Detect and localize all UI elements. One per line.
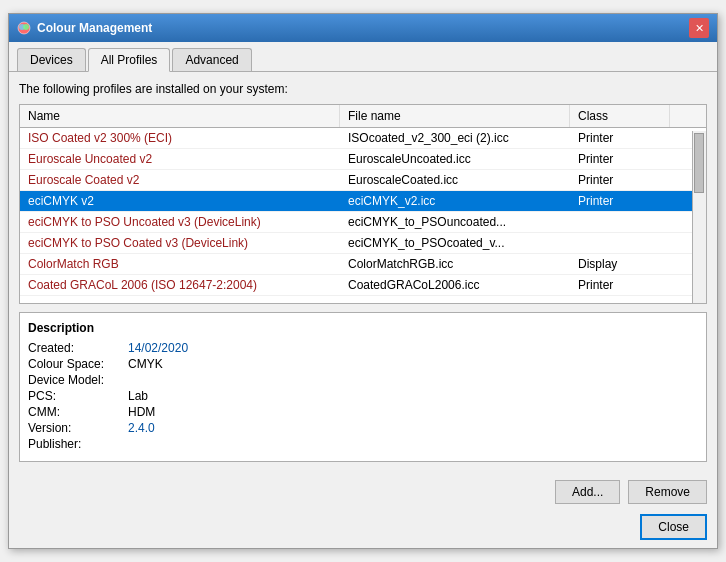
title-bar: Colour Management ✕ xyxy=(9,14,717,42)
cell-filename: CoatedFOGRA39.icc xyxy=(340,296,570,300)
tab-devices[interactable]: Devices xyxy=(17,48,86,71)
description-fields: Created:14/02/2020Colour Space:CMYKDevic… xyxy=(28,341,698,451)
desc-row: Device Model: xyxy=(28,373,698,387)
cell-filename: eciCMYK_v2.icc xyxy=(340,191,570,211)
cell-filename: ColorMatchRGB.icc xyxy=(340,254,570,274)
scrollbar-track[interactable] xyxy=(692,131,706,303)
description-box: Description Created:14/02/2020Colour Spa… xyxy=(19,312,707,462)
subtitle: The following profiles are installed on … xyxy=(19,82,707,96)
cell-class: Printer xyxy=(570,128,670,148)
cell-filename: eciCMYK_to_PSOuncoated... xyxy=(340,212,570,232)
cell-class: Display xyxy=(570,254,670,274)
table-header: Name File name Class xyxy=(20,105,706,128)
window-title: Colour Management xyxy=(37,21,152,35)
svg-point-2 xyxy=(23,24,29,30)
desc-label: Created: xyxy=(28,341,128,355)
desc-row: Colour Space:CMYK xyxy=(28,357,698,371)
tab-all-profiles[interactable]: All Profiles xyxy=(88,48,171,72)
desc-value: CMYK xyxy=(128,357,163,371)
table-row[interactable]: ColorMatch RGBColorMatchRGB.iccDisplay xyxy=(20,254,706,275)
desc-label: CMM: xyxy=(28,405,128,419)
cell-class: Printer xyxy=(570,296,670,300)
cell-class xyxy=(570,212,670,232)
table-row[interactable]: Coated FOGRA39 (ISO 12647-2:2004)CoatedF… xyxy=(20,296,706,300)
desc-value: 14/02/2020 xyxy=(128,341,188,355)
colour-management-window: Colour Management ✕ Devices All Profiles… xyxy=(8,13,718,549)
close-button[interactable]: Close xyxy=(640,514,707,540)
cell-name: Euroscale Uncoated v2 xyxy=(20,149,340,169)
desc-label: Device Model: xyxy=(28,373,128,387)
color-management-icon xyxy=(17,21,31,35)
cell-name: ISO Coated v2 300% (ECI) xyxy=(20,128,340,148)
cell-class: Printer xyxy=(570,191,670,211)
table-row[interactable]: ISO Coated v2 300% (ECI)ISOcoated_v2_300… xyxy=(20,128,706,149)
col-header-class: Class xyxy=(570,105,670,127)
cell-name: Coated GRACoL 2006 (ISO 12647-2:2004) xyxy=(20,275,340,295)
cell-filename: EuroscaleUncoated.icc xyxy=(340,149,570,169)
cell-class: Printer xyxy=(570,275,670,295)
cell-filename: CoatedGRACoL2006.icc xyxy=(340,275,570,295)
col-header-name: Name xyxy=(20,105,340,127)
button-bar: Add... Remove xyxy=(9,472,717,510)
add-button[interactable]: Add... xyxy=(555,480,620,504)
cell-name: eciCMYK to PSO Uncoated v3 (DeviceLink) xyxy=(20,212,340,232)
cell-class: Printer xyxy=(570,170,670,190)
cell-name: eciCMYK to PSO Coated v3 (DeviceLink) xyxy=(20,233,340,253)
desc-value: 2.4.0 xyxy=(128,421,155,435)
cell-filename: eciCMYK_to_PSOcoated_v... xyxy=(340,233,570,253)
table-row[interactable]: eciCMYK v2eciCMYK_v2.iccPrinter xyxy=(20,191,706,212)
tab-advanced[interactable]: Advanced xyxy=(172,48,251,71)
cell-filename: ISOcoated_v2_300_eci (2).icc xyxy=(340,128,570,148)
desc-row: PCS:Lab xyxy=(28,389,698,403)
cell-name: Coated FOGRA39 (ISO 12647-2:2004) xyxy=(20,296,340,300)
table-row[interactable]: Euroscale Uncoated v2EuroscaleUncoated.i… xyxy=(20,149,706,170)
desc-row: Created:14/02/2020 xyxy=(28,341,698,355)
cell-name: Euroscale Coated v2 xyxy=(20,170,340,190)
cell-name: eciCMYK v2 xyxy=(20,191,340,211)
tab-content: The following profiles are installed on … xyxy=(9,72,717,472)
cell-name: ColorMatch RGB xyxy=(20,254,340,274)
table-row[interactable]: Euroscale Coated v2EuroscaleCoated.iccPr… xyxy=(20,170,706,191)
bottom-bar: Close xyxy=(9,510,717,548)
desc-value: Lab xyxy=(128,389,148,403)
close-button-title[interactable]: ✕ xyxy=(689,18,709,38)
table-row[interactable]: eciCMYK to PSO Uncoated v3 (DeviceLink)e… xyxy=(20,212,706,233)
col-header-filename: File name xyxy=(340,105,570,127)
cell-filename: EuroscaleCoated.icc xyxy=(340,170,570,190)
tab-bar: Devices All Profiles Advanced xyxy=(9,42,717,72)
desc-label: Publisher: xyxy=(28,437,128,451)
table-row[interactable]: Coated GRACoL 2006 (ISO 12647-2:2004)Coa… xyxy=(20,275,706,296)
cell-class: Printer xyxy=(570,149,670,169)
cell-class xyxy=(570,233,670,253)
description-title: Description xyxy=(28,321,698,335)
desc-value: HDM xyxy=(128,405,155,419)
scrollbar-thumb[interactable] xyxy=(694,133,704,193)
desc-label: Colour Space: xyxy=(28,357,128,371)
title-bar-left: Colour Management xyxy=(17,21,152,35)
desc-row: Version:2.4.0 xyxy=(28,421,698,435)
desc-label: Version: xyxy=(28,421,128,435)
remove-button[interactable]: Remove xyxy=(628,480,707,504)
desc-row: Publisher: xyxy=(28,437,698,451)
profiles-table: Name File name Class ISO Coated v2 300% … xyxy=(19,104,707,304)
table-row[interactable]: eciCMYK to PSO Coated v3 (DeviceLink)eci… xyxy=(20,233,706,254)
desc-row: CMM:HDM xyxy=(28,405,698,419)
desc-label: PCS: xyxy=(28,389,128,403)
table-body[interactable]: ISO Coated v2 300% (ECI)ISOcoated_v2_300… xyxy=(20,128,706,300)
